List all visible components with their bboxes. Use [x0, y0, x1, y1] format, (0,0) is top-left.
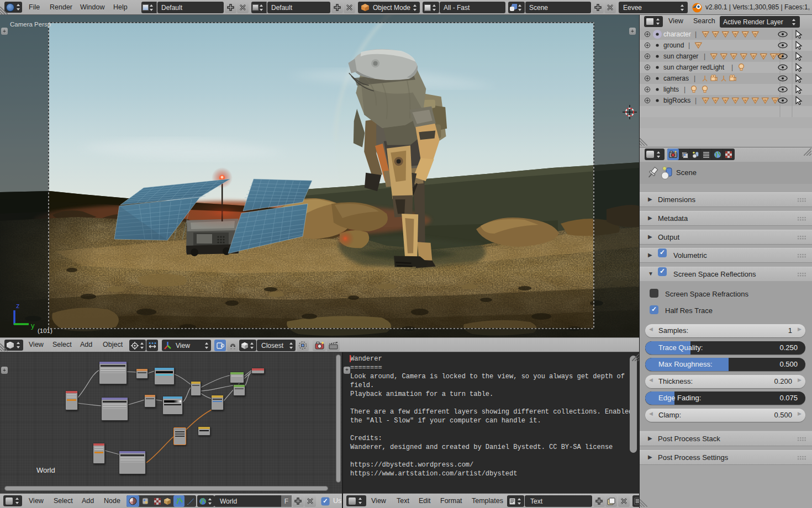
svg-text:|: |	[704, 52, 705, 60]
svg-text:|: |	[695, 97, 697, 104]
svg-text:|: |	[688, 41, 690, 49]
svg-text:y: y	[31, 321, 35, 330]
svg-text:lights: lights	[663, 86, 679, 93]
svg-text:sun charger redLight: sun charger redLight	[663, 64, 725, 71]
svg-text:character: character	[663, 30, 691, 38]
svg-text:cameras: cameras	[663, 75, 689, 82]
svg-text:|: |	[694, 75, 695, 82]
svg-text:(101): (101)	[38, 327, 52, 334]
svg-text:|: |	[695, 30, 697, 38]
svg-text:z: z	[16, 301, 20, 310]
svg-text:sun charger: sun charger	[663, 52, 698, 60]
svg-text:ground: ground	[663, 41, 684, 49]
svg-text:|: |	[684, 86, 686, 93]
svg-text:|: |	[731, 64, 733, 71]
svg-text:Camera Persp: Camera Persp	[10, 21, 51, 28]
svg-text:bigRocks: bigRocks	[663, 97, 690, 104]
